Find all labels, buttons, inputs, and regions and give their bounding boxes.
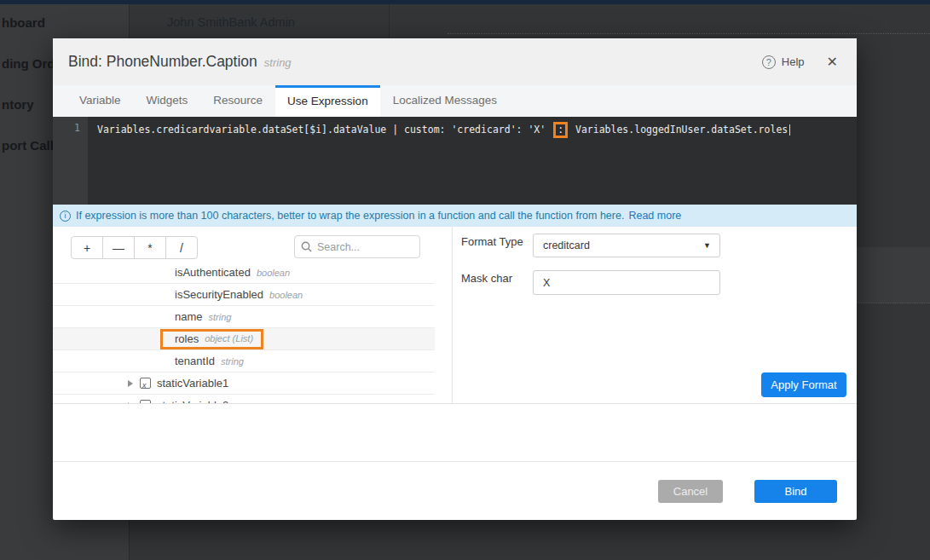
read-more-link[interactable]: Read more — [628, 210, 681, 222]
expression-code[interactable]: Variables.credicardvariable.dataSet[$i].… — [97, 122, 790, 138]
tree-row-isauthenticated[interactable]: isAuthenticated boolean — [53, 262, 435, 284]
tab-widgets[interactable]: Widgets — [134, 85, 201, 117]
plus-operator-button[interactable]: + — [71, 236, 103, 259]
operator-button-group: + — * / — [71, 236, 198, 259]
expand-arrow-icon[interactable] — [128, 380, 133, 387]
property-name: roles — [175, 332, 199, 345]
tab-localized-messages[interactable]: Localized Messages — [380, 85, 510, 117]
mask-char-label: Mask char — [461, 272, 512, 285]
help-icon[interactable]: ? — [762, 55, 776, 69]
variable-name: staticVariable2 — [157, 399, 228, 404]
panel-divider — [452, 227, 453, 404]
background-divider — [389, 4, 390, 38]
text-caret — [789, 124, 790, 136]
property-type: string — [221, 356, 244, 367]
tab-variable[interactable]: Variable — [66, 85, 134, 117]
sidebar-item-dashboard: hboard — [2, 15, 45, 30]
variable-tree: isAuthenticated boolean isSecurityEnable… — [53, 262, 435, 404]
dialog-tabbar: Variable Widgets Resource Use Expression… — [53, 85, 857, 117]
static-variable-icon: x — [140, 400, 151, 404]
tree-row-name[interactable]: name string — [53, 306, 435, 328]
format-type-select[interactable]: creditcard ▼ — [533, 234, 720, 257]
apply-format-button[interactable]: Apply Format — [761, 372, 846, 397]
editor-gutter: 1 — [53, 117, 88, 205]
expand-arrow-icon[interactable] — [128, 402, 133, 405]
chevron-down-icon: ▼ — [703, 241, 711, 250]
background-panel-band — [844, 247, 930, 303]
tree-row-issecurityenabled[interactable]: isSecurityEnabled boolean — [53, 284, 435, 306]
bind-dialog: Bind: PhoneNumber.Captionstring ? Help ✕… — [53, 38, 857, 520]
code-highlight-char: : — [557, 124, 563, 136]
sidebar-item-inventory: ntory — [2, 97, 34, 112]
dialog-title-type: string — [264, 56, 292, 69]
search-input[interactable] — [317, 241, 413, 253]
dialog-title: Bind: PhoneNumber.Captionstring — [68, 38, 292, 86]
dialog-header: Bind: PhoneNumber.Captionstring ? Help ✕ — [53, 38, 857, 85]
help-button[interactable]: Help — [782, 55, 805, 68]
dialog-body-panels: + — * / isAuthenticated boolean isSecuri… — [53, 227, 857, 404]
editor-line-number: 1 — [53, 117, 88, 134]
dialog-title-text: Bind: PhoneNumber.Caption — [68, 53, 257, 70]
property-type: string — [209, 312, 232, 322]
background-topbar — [0, 0, 930, 4]
format-type-label: Format Type — [461, 235, 523, 248]
search-box[interactable] — [294, 235, 420, 258]
property-name: tenantId — [175, 355, 215, 367]
mask-char-input[interactable] — [533, 270, 720, 295]
property-name: isSecurityEnabled — [175, 288, 263, 301]
property-type: boolean — [269, 290, 303, 300]
variable-name: staticVariable1 — [157, 377, 228, 390]
tree-row-roles[interactable]: roles object (List) — [53, 328, 435, 350]
tab-resource[interactable]: Resource — [200, 85, 275, 117]
tab-use-expression[interactable]: Use Expression — [275, 85, 380, 117]
dialog-header-actions: ? Help ✕ — [762, 38, 838, 85]
info-icon: i — [60, 211, 71, 222]
footer-divider — [53, 461, 857, 462]
screen: hboard ding Order ntory port Calls John … — [0, 0, 930, 560]
divide-operator-button[interactable]: / — [165, 236, 198, 259]
tree-row-staticvariable2[interactable]: x staticVariable2 — [53, 395, 435, 404]
expression-editor[interactable]: 1 Variables.credicardvariable.dataSet[$i… — [53, 117, 857, 205]
close-icon[interactable]: ✕ — [827, 54, 838, 70]
format-type-value: creditcard — [543, 240, 703, 251]
minus-operator-button[interactable]: — — [102, 236, 135, 259]
tree-row-staticvariable1[interactable]: x staticVariable1 — [53, 372, 435, 395]
property-name: isAuthenticated — [175, 266, 251, 279]
property-name: name — [175, 310, 203, 323]
static-variable-icon: x — [140, 378, 151, 389]
multiply-operator-button[interactable]: * — [134, 236, 166, 259]
background-header-text: John SmithBank Admin — [167, 15, 295, 29]
search-icon — [301, 241, 312, 252]
property-type: object (List) — [205, 333, 253, 344]
code-highlight-box: : — [553, 122, 568, 138]
background-dotted-line — [448, 33, 930, 34]
tree-row-tenantid[interactable]: tenantId string — [53, 350, 435, 372]
code-after: Variables.loggedInUser.dataSet.roles — [569, 124, 788, 136]
info-bar: i If expression is more than 100 charact… — [53, 205, 857, 227]
property-type: boolean — [257, 268, 290, 278]
roles-highlight-box: roles object (List) — [160, 329, 263, 349]
bind-button[interactable]: Bind — [754, 480, 837, 503]
code-before: Variables.credicardvariable.dataSet[$i].… — [97, 124, 552, 136]
cancel-button[interactable]: Cancel — [658, 480, 723, 503]
sidebar-item-support-calls: port Calls — [2, 138, 61, 153]
info-text: If expression is more than 100 character… — [76, 210, 624, 222]
